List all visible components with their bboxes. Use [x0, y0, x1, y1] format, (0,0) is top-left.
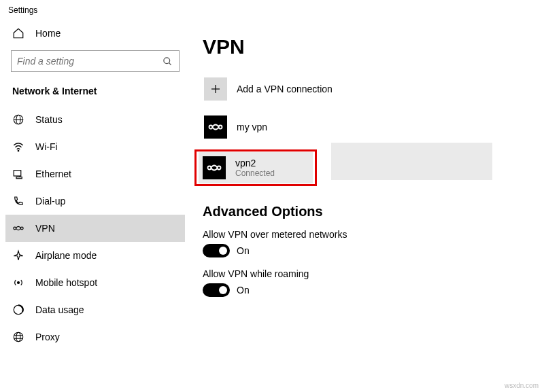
svg-point-9 [14, 227, 16, 230]
sidebar-item-status[interactable]: Status [5, 106, 185, 133]
advanced-options-heading: Advanced Options [203, 204, 532, 219]
home-button[interactable]: Home [5, 20, 185, 46]
sidebar-item-airplane[interactable]: Airplane mode [5, 242, 185, 269]
sidebar-item-label: Data usage [35, 304, 84, 315]
svg-point-22 [218, 166, 221, 170]
vpn-icon [12, 222, 24, 234]
search-input[interactable] [17, 56, 161, 67]
window-title: Settings [0, 0, 544, 20]
vpn-connection-icon [203, 156, 226, 179]
svg-rect-7 [16, 177, 22, 179]
hotspot-icon [12, 277, 24, 289]
selection-background [331, 143, 492, 180]
vpn-connection-2[interactable]: vpn2 Connected [199, 152, 313, 183]
roaming-toggle[interactable] [203, 283, 230, 297]
svg-point-14 [16, 332, 20, 342]
vpn-connection-status: Connected [235, 168, 275, 178]
vpn-connection-name: vpn2 [235, 158, 275, 168]
sidebar-item-proxy[interactable]: Proxy [5, 323, 185, 351]
svg-point-5 [18, 150, 19, 152]
search-input-wrap[interactable] [11, 50, 180, 72]
sidebar-item-label: VPN [35, 223, 55, 234]
sidebar: Home Network & Internet Status Wi-Fi [0, 20, 190, 392]
page-title: VPN [203, 35, 532, 58]
svg-point-20 [219, 126, 222, 129]
roaming-state: On [237, 285, 250, 296]
sidebar-item-dialup[interactable]: Dial-up [5, 188, 185, 215]
svg-point-10 [20, 227, 23, 230]
ethernet-icon [12, 168, 24, 180]
vpn-connection-name: my vpn [237, 122, 267, 132]
home-icon [12, 27, 24, 39]
vpn-connection-icon [204, 115, 227, 139]
sidebar-item-label: Status [35, 114, 63, 125]
sidebar-item-label: Wi-Fi [35, 141, 58, 152]
svg-point-13 [14, 332, 23, 342]
sidebar-item-ethernet[interactable]: Ethernet [5, 160, 185, 188]
svg-line-1 [169, 63, 171, 65]
svg-point-21 [208, 166, 211, 170]
wifi-icon [12, 141, 24, 153]
add-vpn-label: Add a VPN connection [237, 84, 333, 94]
phone-icon [12, 195, 24, 207]
watermark: wsxdn.com [505, 382, 539, 389]
metered-toggle[interactable] [203, 244, 230, 257]
svg-point-0 [163, 57, 169, 63]
metered-state: On [237, 245, 250, 256]
sidebar-item-label: Proxy [35, 332, 60, 342]
home-label: Home [35, 28, 61, 39]
sidebar-item-label: Dial-up [35, 196, 65, 207]
roaming-label: Allow VPN while roaming [203, 268, 532, 279]
proxy-icon [12, 331, 24, 343]
sidebar-item-datausage[interactable]: Data usage [5, 296, 185, 323]
sidebar-item-vpn[interactable]: VPN [5, 215, 185, 242]
vpn-connection-1[interactable]: my vpn [203, 111, 532, 143]
main-content: VPN Add a VPN connection my vpn vpn2 Con… [190, 20, 544, 392]
sidebar-item-label: Airplane mode [35, 250, 97, 261]
annotation-highlight: vpn2 Connected [194, 149, 317, 186]
globe-icon [12, 113, 24, 126]
category-heading: Network & Internet [5, 80, 185, 106]
sidebar-item-label: Mobile hotspot [35, 277, 97, 288]
search-icon [161, 55, 173, 67]
svg-point-11 [18, 282, 20, 284]
sidebar-item-wifi[interactable]: Wi-Fi [5, 133, 185, 160]
sidebar-item-label: Ethernet [35, 168, 71, 179]
metered-label: Allow VPN over metered networks [203, 229, 532, 240]
svg-point-19 [209, 126, 213, 129]
data-usage-icon [12, 304, 24, 316]
plus-icon [204, 77, 227, 101]
svg-rect-6 [14, 171, 21, 176]
sidebar-item-hotspot[interactable]: Mobile hotspot [5, 269, 185, 296]
add-vpn-button[interactable]: Add a VPN connection [203, 73, 532, 105]
airplane-icon [12, 249, 24, 262]
